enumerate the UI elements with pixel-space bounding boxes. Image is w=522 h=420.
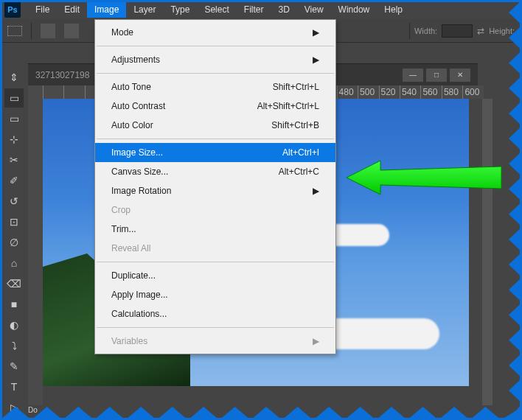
- menu-item-label: Mode: [111, 27, 133, 38]
- type-tool-icon[interactable]: T: [4, 377, 24, 396]
- height-label: Height:: [489, 27, 515, 35]
- menu-filter[interactable]: Filter: [237, 1, 271, 18]
- menu-item-canvas-size[interactable]: Canvas Size... Alt+Ctrl+C: [95, 162, 335, 181]
- menu-item-label: Duplicate...: [111, 270, 156, 281]
- selection-mode-icon[interactable]: [41, 24, 55, 38]
- menu-help[interactable]: Help: [377, 1, 410, 18]
- history-brush-tool-icon[interactable]: ⌂: [4, 253, 24, 273]
- menu-separator: [97, 262, 334, 262]
- menu-shortcut: Alt+Shift+Ctrl+L: [257, 101, 319, 111]
- swap-icon[interactable]: ⇄: [477, 26, 484, 36]
- menu-file[interactable]: File: [28, 1, 57, 18]
- window-minimize-button[interactable]: —: [403, 69, 423, 82]
- menu-separator: [97, 73, 334, 74]
- photoshop-window: Ps File Edit Image Layer Type Select Fil…: [0, 0, 522, 420]
- menu-3d[interactable]: 3D: [271, 1, 296, 18]
- eyedropper-tool-icon[interactable]: ✐: [4, 171, 24, 190]
- menu-item-auto-tone[interactable]: Auto Tone Shift+Ctrl+L: [95, 77, 335, 97]
- marquee-tool-icon[interactable]: ▭: [4, 88, 24, 108]
- width-label: Width:: [414, 27, 437, 35]
- menu-item-label: Image Rotation: [111, 186, 171, 196]
- width-input[interactable]: [442, 24, 473, 38]
- svg-marker-0: [347, 161, 501, 195]
- menu-item-label: Crop: [111, 205, 130, 215]
- marquee-preview-icon: [7, 26, 22, 36]
- menu-item-mode[interactable]: Mode ▶: [95, 23, 335, 42]
- scrollbar-vertical[interactable]: [482, 99, 493, 405]
- menu-item-label: Canvas Size...: [111, 167, 168, 177]
- menu-item-auto-contrast[interactable]: Auto Contrast Alt+Shift+Ctrl+L: [95, 97, 335, 116]
- menu-item-adjustments[interactable]: Adjustments ▶: [95, 50, 335, 69]
- menu-image[interactable]: Image: [87, 1, 126, 18]
- menu-item-label: Apply Image...: [111, 290, 168, 300]
- window-maximize-button[interactable]: □: [426, 69, 447, 82]
- menu-separator: [97, 139, 334, 139]
- crop-tool-icon[interactable]: ✂: [4, 150, 24, 169]
- pen-tool-icon[interactable]: ⤵: [4, 336, 24, 355]
- annotation-arrow-icon: [347, 158, 509, 197]
- menu-select[interactable]: Select: [197, 1, 236, 18]
- document-tab-title: 32713027198: [35, 70, 89, 80]
- gradient-tool-icon[interactable]: ■: [4, 295, 24, 314]
- menu-item-label: Auto Contrast: [111, 101, 165, 111]
- image-menu-dropdown: Mode ▶ Adjustments ▶ Auto Tone Shift+Ctr…: [94, 19, 336, 354]
- menu-type[interactable]: Type: [163, 1, 197, 18]
- separator: [31, 23, 32, 39]
- menu-separator: [97, 327, 334, 328]
- menu-item-label: Auto Tone: [111, 82, 151, 92]
- submenu-arrow-icon: ▶: [313, 336, 319, 346]
- tools-panel: ⇕ ▭ ▭ ⊹ ✂ ✐ ↺ ⊡ ∅ ⌂ ⌫ ■ ◐ ⤵ ✎ T ▷: [3, 65, 25, 420]
- separator: [409, 23, 410, 39]
- menu-item-image-rotation[interactable]: Image Rotation ▶: [95, 181, 335, 200]
- menu-item-label: Reveal All: [111, 243, 150, 253]
- lasso-tool-icon[interactable]: ▭: [4, 109, 24, 128]
- menu-item-label: Variables: [111, 336, 147, 346]
- submenu-arrow-icon: ▶: [313, 55, 319, 65]
- healing-tool-icon[interactable]: ↺: [4, 192, 24, 211]
- menu-view[interactable]: View: [297, 1, 331, 18]
- ps-logo: Ps: [4, 1, 21, 18]
- menu-shortcut: Shift+Ctrl+B: [271, 120, 319, 130]
- selection-mode-icon[interactable]: [64, 24, 79, 38]
- menu-item-label: Auto Color: [111, 120, 153, 130]
- menubar: Ps File Edit Image Layer Type Select Fil…: [0, 0, 522, 19]
- menu-shortcut: Shift+Ctrl+L: [273, 82, 319, 92]
- submenu-arrow-icon: ▶: [313, 186, 319, 196]
- menu-layer[interactable]: Layer: [126, 1, 163, 18]
- menu-item-label: Calculations...: [111, 309, 167, 319]
- menu-item-crop: Crop: [95, 200, 335, 220]
- move-tool-icon[interactable]: ⇕: [4, 68, 24, 87]
- status-bar: Do: [28, 406, 38, 414]
- menu-separator: [97, 46, 334, 46]
- menu-item-label: Adjustments: [111, 55, 160, 65]
- menu-edit[interactable]: Edit: [57, 1, 87, 18]
- menu-item-variables: Variables ▶: [95, 332, 335, 351]
- menu-item-reveal-all: Reveal All: [95, 239, 335, 258]
- submenu-arrow-icon: ▶: [313, 27, 319, 38]
- eraser-tool-icon[interactable]: ⌫: [4, 274, 24, 293]
- window-close-button[interactable]: ✕: [450, 69, 470, 82]
- menu-item-trim[interactable]: Trim...: [95, 220, 335, 239]
- menu-item-label: Image Size...: [111, 147, 163, 158]
- magic-wand-tool-icon[interactable]: ⊹: [4, 130, 24, 149]
- pencil-tool-icon[interactable]: ✎: [4, 357, 24, 376]
- menu-item-apply-image[interactable]: Apply Image...: [95, 285, 335, 304]
- ruler-vertical[interactable]: [28, 85, 43, 405]
- menu-item-duplicate[interactable]: Duplicate...: [95, 266, 335, 285]
- menu-item-image-size[interactable]: Image Size... Alt+Ctrl+I: [95, 143, 335, 162]
- menu-item-auto-color[interactable]: Auto Color Shift+Ctrl+B: [95, 116, 335, 135]
- menu-shortcut: Alt+Ctrl+I: [282, 147, 319, 158]
- menu-shortcut: Alt+Ctrl+C: [279, 167, 319, 177]
- menu-item-calculations[interactable]: Calculations...: [95, 304, 335, 323]
- brush-tool-icon[interactable]: ⊡: [4, 212, 24, 231]
- dodge-tool-icon[interactable]: ◐: [4, 315, 24, 335]
- menu-item-label: Trim...: [111, 224, 136, 234]
- stamp-tool-icon[interactable]: ∅: [4, 233, 24, 252]
- menu-window[interactable]: Window: [331, 1, 377, 18]
